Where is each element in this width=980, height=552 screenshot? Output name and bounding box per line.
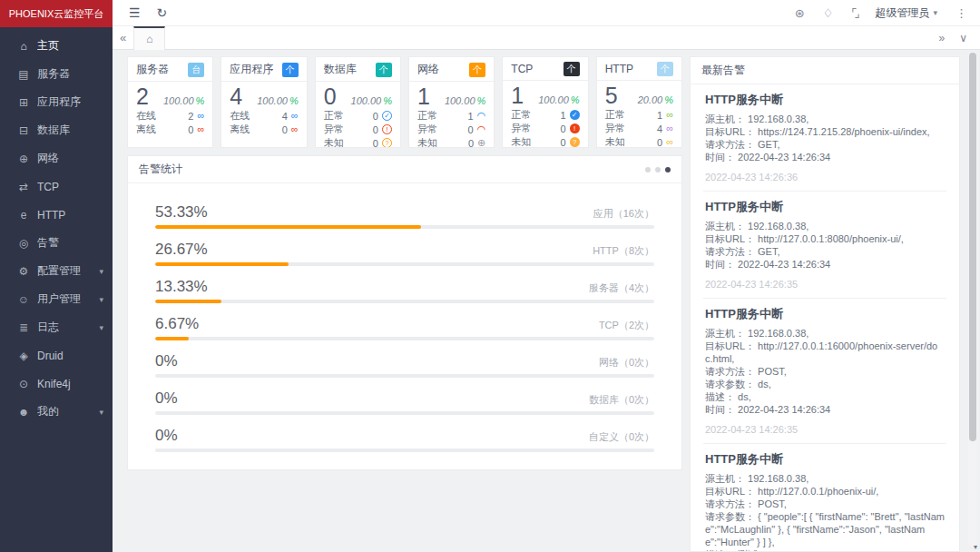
shield-check-icon: ✓: [570, 110, 580, 120]
sidebar-item-tcp[interactable]: ⇄ TCP: [0, 172, 113, 201]
theme-palette-icon[interactable]: ⊛: [795, 6, 805, 20]
card-title: HTTP: [605, 63, 633, 75]
alert-list-item[interactable]: HTTP服务中断 源主机： 192.168.0.38, 目标URL： https…: [703, 84, 946, 192]
chevron-down-icon: ▾: [99, 408, 103, 417]
refresh-icon[interactable]: ↻: [157, 5, 168, 20]
alarm-stats-panel: 告警统计 53.33%应用（16次） 26.67%HTTP（8次）: [127, 155, 682, 470]
sidebar-item-user-mgmt[interactable]: ☺ 用户管理 ▾: [0, 285, 113, 313]
unit-badge: 个: [469, 63, 485, 77]
sidebar-item-logs[interactable]: ≣ 日志 ▾: [0, 313, 113, 341]
tabs-menu-icon[interactable]: ∨: [959, 32, 967, 44]
globe-icon: ⊕: [477, 138, 485, 148]
carousel-dot[interactable]: [645, 167, 651, 172]
alert-list-item[interactable]: HTTP服务中断 源主机： 192.168.0.38, 目标URL： http:…: [703, 192, 946, 299]
unit-badge: 个: [282, 63, 299, 77]
alarm-bar-network: 0%网络（0次）: [155, 352, 654, 378]
sidebar-item-network[interactable]: ⊕ 网络: [0, 144, 113, 172]
stat-row: 未知 0?: [324, 136, 392, 148]
carousel-dot-active[interactable]: [665, 167, 671, 172]
card-title: 应用程序: [230, 62, 273, 77]
card-percent: 100.00%: [351, 95, 392, 106]
sidebar-collapse-icon[interactable]: ☰: [129, 5, 141, 20]
knife4j-icon: ⊙: [16, 378, 31, 390]
log-icon: ≣: [16, 321, 31, 334]
stat-card-http: HTTP 个 5 20.00% 正常 1∞ 异常: [596, 56, 682, 148]
sidebar-item-mine[interactable]: ☻ 我的 ▾: [0, 398, 113, 426]
wifi-icon: ◠: [477, 111, 486, 121]
stat-row: 在线 4∞: [230, 109, 298, 123]
link-icon: ∞: [666, 123, 673, 133]
alert-timestamp: 2022-04-23 14:26:35: [705, 424, 945, 435]
card-percent: 20.00%: [638, 94, 673, 105]
sidebar-item-home[interactable]: ⌂ 主页: [0, 32, 113, 60]
scrollbar-thumb[interactable]: [969, 53, 976, 441]
alert-timestamp: 2022-04-23 14:26:35: [705, 279, 945, 290]
admin-label: 超级管理员: [875, 5, 929, 21]
link-icon: ∞: [291, 111, 299, 121]
stat-row: 离线 0∞: [136, 123, 204, 136]
sidebar-item-druid[interactable]: ◈ Druid: [0, 341, 113, 370]
card-percent: 100.00%: [163, 95, 204, 106]
card-title: TCP: [511, 63, 533, 75]
apps-icon: ⊞: [16, 96, 31, 109]
stat-cards-row: 服务器 台 2 100.00% 在线 2∞ 离线: [127, 56, 682, 148]
card-total: 1: [511, 84, 524, 108]
alarm-bar-app: 53.33%应用（16次）: [155, 203, 654, 229]
fullscreen-icon[interactable]: ⌜⌟: [851, 6, 857, 20]
stat-card-server: 服务器 台 2 100.00% 在线 2∞ 离线: [127, 56, 213, 148]
card-title: 服务器: [136, 62, 169, 77]
network-icon: ⊕: [16, 153, 31, 165]
alert-list-item[interactable]: HTTP服务中断 源主机： 192.168.0.38, 目标URL： http:…: [703, 444, 946, 552]
stat-card-application: 应用程序 个 4 100.00% 在线 4∞ 离线: [220, 56, 307, 148]
home-tab-icon: ⌂: [146, 33, 152, 45]
sidebar-item-alarm[interactable]: ◎ 告警: [0, 229, 113, 257]
alarm-bar-http: 26.67%HTTP（8次）: [155, 241, 654, 266]
tab-bar: « ⌂ » ∨: [113, 26, 980, 50]
unit-badge: 个: [564, 62, 580, 76]
more-menu-icon[interactable]: ⋮: [956, 6, 967, 20]
sidebar-item-application[interactable]: ⊞ 应用程序: [0, 88, 113, 116]
progress-bar: [155, 337, 189, 340]
alarm-bar-database: 0%数据库（0次）: [155, 389, 654, 415]
topbar: ☰ ↻ ⊛ ♢ ⌜⌟ 超级管理员 ▾ ⋮: [113, 0, 980, 26]
druid-icon: ◈: [16, 350, 31, 362]
progress-bar: [155, 225, 421, 229]
person-icon: ☻: [16, 406, 31, 419]
unknown-circle-icon: ?: [570, 137, 580, 147]
admin-dropdown[interactable]: 超级管理员 ▾: [875, 5, 937, 21]
carousel-dot[interactable]: [655, 167, 661, 172]
link-icon: ∞: [666, 110, 673, 120]
progress-bar: [155, 300, 221, 303]
carousel-dots: [645, 167, 671, 172]
tab-bar-right: » ∨: [939, 32, 973, 44]
sidebar-item-knife4j[interactable]: ⊙ Knife4j: [0, 370, 113, 398]
check-circle-icon: ✓: [382, 111, 392, 121]
main-column: 服务器 台 2 100.00% 在线 2∞ 离线: [127, 56, 682, 552]
stat-row: 正常 1∞: [605, 108, 673, 122]
tabs-scroll-right-icon[interactable]: »: [939, 32, 946, 44]
stat-row: 异常 0!: [511, 122, 579, 135]
card-percent: 100.00%: [257, 95, 298, 106]
alert-title: HTTP服务中断: [705, 450, 945, 468]
card-total: 2: [136, 84, 149, 109]
sidebar-item-http[interactable]: e HTTP: [0, 201, 113, 229]
latest-alerts-title: 最新告警: [701, 63, 745, 78]
topbar-right: ⊛ ♢ ⌜⌟ 超级管理员 ▾ ⋮: [795, 5, 980, 21]
stat-row: 未知 0⊕: [417, 136, 485, 148]
sidebar: PHOENIX云监控平台 ⌂ 主页 ▤ 服务器 ⊞ 应用程序 ⊟ 数据库 ⊕ 网…: [0, 0, 113, 552]
tag-icon[interactable]: ♢: [823, 6, 834, 20]
link-icon: ∞: [197, 111, 204, 121]
exclamation-circle-icon: !: [382, 124, 392, 134]
chevron-down-icon: ▾: [99, 323, 103, 332]
alert-list-item[interactable]: HTTP服务中断 源主机： 192.168.0.38, 目标URL： http:…: [703, 299, 946, 444]
app-window: PHOENIX云监控平台 ⌂ 主页 ▤ 服务器 ⊞ 应用程序 ⊟ 数据库 ⊕ 网…: [0, 0, 980, 552]
tab-home[interactable]: ⌂: [133, 26, 165, 50]
sidebar-item-database[interactable]: ⊟ 数据库: [0, 116, 113, 144]
progress-bar: [155, 262, 289, 266]
home-icon: ⌂: [16, 40, 31, 53]
sidebar-item-config[interactable]: ⚙ 配置管理 ▾: [0, 257, 113, 285]
sidebar-item-server[interactable]: ▤ 服务器: [0, 60, 113, 88]
tabs-scroll-left-icon[interactable]: «: [120, 31, 126, 44]
stat-row: 离线 0∞: [230, 123, 298, 136]
link-off-icon: ∞: [197, 124, 204, 134]
